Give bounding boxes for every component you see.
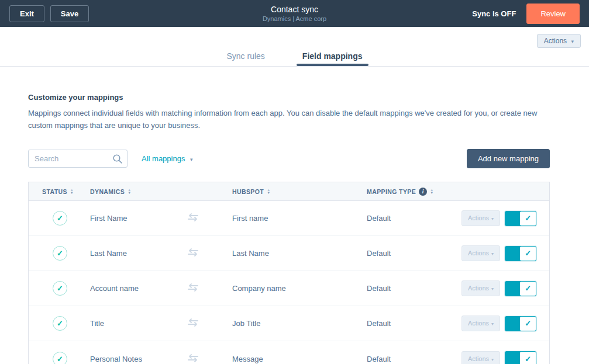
- row-controls: Actions▾ ✓: [461, 245, 549, 261]
- toggle-knob: ✓: [520, 282, 536, 296]
- sort-icon[interactable]: ▲ ▼: [267, 189, 270, 195]
- mappings-table: STATUS ▲ ▼ DYNAMICS ▲ ▼ HUBSPOT: [28, 182, 550, 364]
- hubspot-field: Message: [232, 355, 367, 363]
- tab-bar: Sync rules Field mappings: [0, 48, 589, 67]
- chevron-down-icon: ▾: [491, 286, 494, 292]
- column-header-label: HUBSPOT: [232, 188, 264, 195]
- chevron-down-icon: ▾: [491, 216, 494, 221]
- mapping-type: Default: [367, 249, 461, 258]
- info-icon[interactable]: i: [419, 188, 427, 196]
- save-button[interactable]: Save: [50, 5, 89, 22]
- mapping-type: Default: [367, 214, 461, 223]
- sync-arrows-icon: [187, 213, 199, 221]
- hubspot-field: First name: [232, 214, 367, 223]
- mappings-filter-dropdown[interactable]: All mappings ▾: [142, 154, 193, 163]
- page-title: Contact sync: [263, 5, 326, 14]
- check-icon: ✓: [57, 214, 63, 223]
- hubspot-field: Company name: [232, 284, 367, 293]
- check-icon: ✓: [525, 355, 531, 363]
- status-cell: ✓: [29, 316, 90, 331]
- sync-toggle[interactable]: ✓: [505, 316, 536, 331]
- chevron-down-icon: ▾: [190, 157, 193, 162]
- chevron-down-icon: ▾: [491, 357, 494, 362]
- sync-cell: [187, 283, 232, 293]
- sync-cell: [187, 213, 232, 223]
- check-icon: ✓: [57, 319, 63, 328]
- column-header-label: MAPPING TYPE: [367, 188, 416, 195]
- sort-icon[interactable]: ▲ ▼: [70, 189, 74, 195]
- check-icon: ✓: [525, 214, 531, 223]
- exit-button[interactable]: Exit: [9, 5, 44, 22]
- column-header-dynamics: DYNAMICS ▲ ▼: [90, 188, 187, 195]
- hubspot-field: Job Title: [232, 319, 367, 328]
- sort-down-icon: ▼: [267, 192, 270, 195]
- sync-toggle[interactable]: ✓: [505, 281, 536, 296]
- dynamics-field: Title: [90, 319, 187, 328]
- mappings-filter-label: All mappings: [142, 154, 185, 163]
- add-new-mapping-button[interactable]: Add new mapping: [467, 149, 550, 168]
- mapping-type: Default: [367, 284, 461, 293]
- page-subtitle: Dynamics | Acme corp: [263, 15, 326, 22]
- sync-arrows-icon: [187, 248, 199, 256]
- sync-cell: [187, 318, 232, 328]
- sync-cell: [187, 354, 232, 364]
- table-row: ✓ Personal Notes Message Default Actions…: [29, 341, 549, 364]
- column-header-mapping-type: MAPPING TYPE i ▲ ▼: [367, 188, 461, 196]
- check-icon: ✓: [525, 319, 531, 328]
- mapping-type: Default: [367, 319, 461, 328]
- topbar: Exit Save Contact sync Dynamics | Acme c…: [0, 0, 589, 27]
- table-row: ✓ Account name Company name Default Acti…: [29, 271, 549, 306]
- page-actions-row: Actions ▾: [0, 27, 589, 48]
- tab-field-mappings[interactable]: Field mappings: [297, 48, 368, 66]
- sync-status-text: Sync is OFF: [472, 9, 516, 18]
- dynamics-field: Personal Notes: [90, 355, 187, 363]
- dynamics-field: First Name: [90, 214, 187, 223]
- status-enabled-icon: ✓: [53, 316, 67, 331]
- column-header-label: STATUS: [42, 188, 67, 195]
- row-actions-button[interactable]: Actions▾: [461, 210, 500, 226]
- topbar-title-block: Contact sync Dynamics | Acme corp: [263, 5, 326, 22]
- sort-icon[interactable]: ▲ ▼: [128, 189, 131, 195]
- table-header-row: STATUS ▲ ▼ DYNAMICS ▲ ▼ HUBSPOT: [29, 182, 549, 201]
- search-icon[interactable]: [112, 154, 123, 164]
- review-button[interactable]: Review: [526, 4, 580, 24]
- mapping-type: Default: [367, 355, 461, 363]
- status-cell: ✓: [29, 281, 90, 296]
- status-enabled-icon: ✓: [53, 211, 67, 226]
- row-actions-button[interactable]: Actions▾: [461, 245, 500, 261]
- sync-toggle[interactable]: ✓: [505, 351, 536, 364]
- row-actions-button[interactable]: Actions▾: [461, 316, 500, 331]
- row-controls: Actions▾ ✓: [461, 210, 549, 226]
- sync-toggle[interactable]: ✓: [505, 211, 536, 226]
- sort-down-icon: ▼: [70, 192, 74, 195]
- controls-row: All mappings ▾ Add new mapping: [28, 149, 550, 168]
- tab-sync-rules[interactable]: Sync rules: [221, 48, 270, 66]
- toggle-knob: ✓: [520, 247, 536, 261]
- hubspot-field: Last Name: [232, 249, 367, 258]
- column-header-label: DYNAMICS: [90, 188, 125, 195]
- page-actions-button[interactable]: Actions ▾: [537, 34, 581, 48]
- check-icon: ✓: [525, 249, 531, 258]
- table-row: ✓ Last Name Last Name Default Actions▾: [29, 236, 549, 271]
- sort-icon[interactable]: ▲ ▼: [430, 189, 433, 195]
- row-controls: Actions▾ ✓: [461, 351, 549, 364]
- row-actions-button[interactable]: Actions▾: [461, 351, 500, 364]
- check-icon: ✓: [525, 284, 531, 293]
- status-cell: ✓: [29, 352, 90, 364]
- contact-sync-page: Exit Save Contact sync Dynamics | Acme c…: [0, 0, 589, 364]
- sort-down-icon: ▼: [128, 192, 131, 195]
- check-icon: ✓: [57, 355, 63, 363]
- status-enabled-icon: ✓: [53, 246, 67, 261]
- toggle-knob: ✓: [520, 212, 536, 226]
- row-actions-button[interactable]: Actions▾: [461, 280, 500, 296]
- table-row: ✓ First Name First name Default Actions▾: [29, 201, 549, 236]
- status-enabled-icon: ✓: [53, 281, 67, 296]
- status-cell: ✓: [29, 246, 90, 261]
- row-actions-label: Actions: [468, 320, 489, 327]
- row-controls: Actions▾ ✓: [461, 280, 549, 296]
- page-actions-label: Actions: [544, 37, 567, 45]
- chevron-down-icon: ▾: [491, 321, 494, 327]
- column-header-status: STATUS ▲ ▼: [29, 188, 90, 195]
- sync-toggle[interactable]: ✓: [505, 246, 536, 261]
- row-actions-label: Actions: [468, 355, 489, 362]
